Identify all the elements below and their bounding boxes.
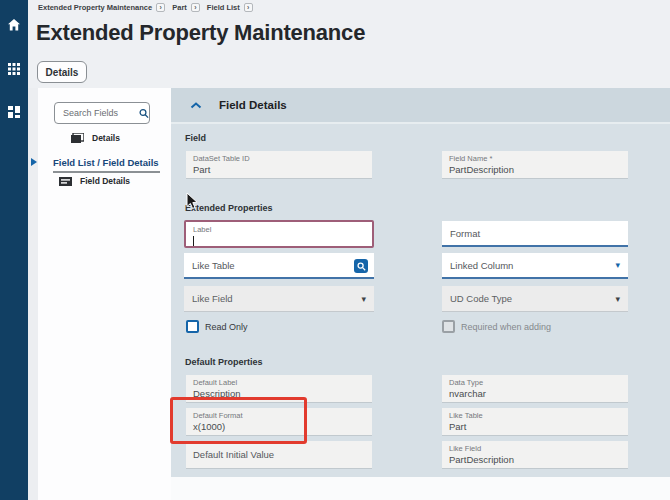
breadcrumb-chevron-icon[interactable]: › [191,3,200,12]
tree-item-field-details[interactable]: Field Details [59,176,130,186]
label-input[interactable]: Label [184,220,374,248]
lookup-search-icon [357,262,366,271]
breadcrumb: Extended Property Maintenance › Part › F… [38,3,260,12]
collapse-chevron-up-icon[interactable] [190,102,202,109]
required-when-adding-checkbox-row: Required when adding [442,320,551,333]
chevron-down-icon: ▾ [615,294,620,303]
linked-column-dropdown[interactable]: Linked Column ▾ [442,253,628,279]
search-fields-input[interactable] [61,107,137,119]
tree-group-field-list[interactable]: Field List / Field Details [53,157,159,168]
details-card-icon [71,133,84,143]
breadcrumb-item-part[interactable]: Part [172,3,187,12]
field-label: Format [442,228,480,239]
breadcrumb-chevron-icon[interactable]: › [156,3,165,12]
read-only-checkbox-row[interactable]: Read Only [186,320,248,333]
data-type-field: Data Type nvarchar [442,375,628,402]
like-field-default-field: Like Field PartDescription [442,441,628,468]
default-format-field: Default Format x(1000) [186,408,372,435]
field-value: PartDescription [442,163,628,175]
field-value: Part [186,163,372,175]
field-label: Default Initial Value [186,449,274,460]
format-input[interactable]: Format [442,221,628,247]
tree-item-label: Field Details [80,176,130,186]
page-title: Extended Property Maintenance [36,20,365,46]
field-value: PartDescription [442,453,628,465]
breadcrumb-item-field-list[interactable]: Field List [207,3,240,12]
default-label-field: Default Label Description [186,375,372,402]
like-table-default-field: Like Table Part [442,408,628,435]
tree-group-underline [53,171,160,173]
field-value: nvarchar [442,387,628,399]
field-label: UD Code Type [442,293,512,304]
field-label: Like Field [184,293,233,304]
search-fields-box [54,102,150,124]
like-field-dropdown: Like Field ▾ [184,286,374,312]
field-label: Like Table [184,260,235,271]
home-icon[interactable] [7,18,21,32]
dataset-table-id-field: DataSet Table ID Part [186,151,372,178]
breadcrumb-item-extended-property-maintenance[interactable]: Extended Property Maintenance [38,3,152,12]
tree-item-details[interactable]: Details [71,133,120,143]
field-value: x(1000) [186,420,372,432]
field-label: Default Format [186,408,372,420]
section-heading-default-properties: Default Properties [185,357,263,367]
sidebar-panel: Details Field List / Field Details Field… [38,88,171,500]
panel-title: Field Details [219,99,287,111]
field-label: Default Label [186,375,372,387]
checkbox-label: Required when adding [461,322,551,332]
text-caret [193,236,194,246]
read-only-checkbox[interactable] [186,320,199,333]
field-label: DataSet Table ID [186,151,372,163]
like-table-input[interactable]: Like Table [184,253,374,279]
tree-item-label: Details [92,133,120,143]
left-gutter [28,88,38,500]
checkbox-label: Read Only [205,322,248,332]
field-label: Linked Column [442,260,513,271]
field-details-panel-header[interactable]: Field Details [171,88,670,124]
field-label: Field Name * [442,151,628,163]
tab-details[interactable]: Details [37,61,87,83]
default-initial-value-field: Default Initial Value [186,441,372,468]
dashboard-tiles-icon[interactable] [7,105,21,119]
chevron-down-icon[interactable]: ▾ [615,261,620,270]
field-label: Like Field [442,441,628,453]
field-label: Label [186,222,372,234]
field-label: Data Type [442,375,628,387]
breadcrumb-chevron-icon[interactable]: › [244,3,253,12]
section-heading-field: Field [185,133,206,143]
like-table-lookup-button[interactable] [354,259,368,273]
section-heading-extended-properties: Extended Properties [185,203,273,213]
chevron-down-icon: ▾ [361,294,366,303]
field-value: Description [186,387,372,399]
ud-code-type-dropdown: UD Code Type ▾ [442,286,628,312]
nav-rail [0,0,28,500]
search-icon[interactable] [139,108,149,119]
tree-selection-arrow-icon [31,158,37,166]
apps-grid-icon[interactable] [7,62,21,76]
field-name-field: Field Name * PartDescription [442,151,628,178]
app-window: Extended Property Maintenance › Part › F… [0,0,670,500]
field-label: Like Table [442,408,628,420]
field-details-form-icon [59,177,72,186]
field-value: Part [442,420,628,432]
required-when-adding-checkbox [442,320,455,333]
